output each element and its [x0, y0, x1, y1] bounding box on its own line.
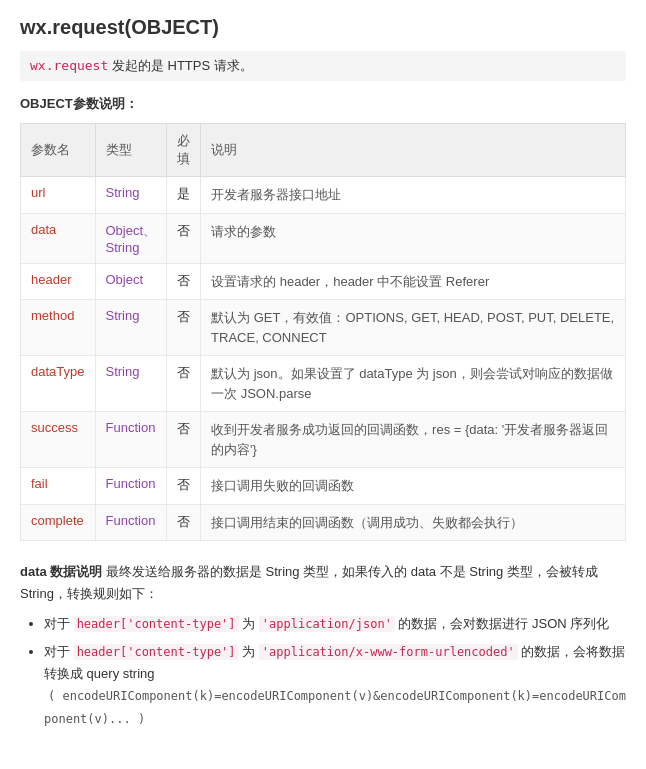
- col-param: 参数名: [21, 124, 96, 177]
- cell-param: complete: [21, 504, 96, 541]
- cell-type: Function: [95, 504, 167, 541]
- cell-desc: 收到开发者服务成功返回的回调函数，res = {data: '开发者服务器返回的…: [201, 412, 626, 468]
- cell-required: 是: [167, 177, 201, 214]
- cell-required: 否: [167, 213, 201, 263]
- data-note-section: data 数据说明 最终发送给服务器的数据是 String 类型，如果传入的 d…: [20, 561, 626, 730]
- cell-param: header: [21, 263, 96, 300]
- cell-desc: 接口调用结束的回调函数（调用成功、失败都会执行）: [201, 504, 626, 541]
- subtitle-code: wx.request: [30, 58, 108, 73]
- col-required: 必填: [167, 124, 201, 177]
- cell-desc: 默认为 json。如果设置了 dataType 为 json，则会尝试对响应的数…: [201, 356, 626, 412]
- col-desc: 说明: [201, 124, 626, 177]
- cell-type: String: [95, 300, 167, 356]
- table-row: dataTypeString否默认为 json。如果设置了 dataType 为…: [21, 356, 626, 412]
- object-header: OBJECT参数说明：: [20, 95, 626, 113]
- cell-desc: 默认为 GET，有效值：OPTIONS, GET, HEAD, POST, PU…: [201, 300, 626, 356]
- cell-desc: 设置请求的 header，header 中不能设置 Referer: [201, 263, 626, 300]
- table-row: urlString是开发者服务器接口地址: [21, 177, 626, 214]
- cell-required: 否: [167, 263, 201, 300]
- subtitle-block: wx.request 发起的是 HTTPS 请求。: [20, 51, 626, 81]
- cell-param: dataType: [21, 356, 96, 412]
- cell-type: Object、 String: [95, 213, 167, 263]
- data-note-intro: data 数据说明 最终发送给服务器的数据是 String 类型，如果传入的 d…: [20, 561, 626, 605]
- list-item: 对于 header['content-type'] 为 'application…: [44, 641, 626, 729]
- cell-desc: 开发者服务器接口地址: [201, 177, 626, 214]
- cell-type: Function: [95, 412, 167, 468]
- cell-type: String: [95, 177, 167, 214]
- col-type: 类型: [95, 124, 167, 177]
- cell-param: data: [21, 213, 96, 263]
- cell-required: 否: [167, 356, 201, 412]
- cell-required: 否: [167, 300, 201, 356]
- cell-param: method: [21, 300, 96, 356]
- cell-type: Object: [95, 263, 167, 300]
- table-row: successFunction否收到开发者服务成功返回的回调函数，res = {…: [21, 412, 626, 468]
- cell-required: 否: [167, 504, 201, 541]
- table-row: failFunction否接口调用失败的回调函数: [21, 468, 626, 505]
- cell-type: Function: [95, 468, 167, 505]
- params-table: 参数名 类型 必填 说明 urlString是开发者服务器接口地址dataObj…: [20, 123, 626, 541]
- table-row: dataObject、 String否请求的参数: [21, 213, 626, 263]
- cell-type: String: [95, 356, 167, 412]
- table-body: urlString是开发者服务器接口地址dataObject、 String否请…: [21, 177, 626, 541]
- cell-desc: 请求的参数: [201, 213, 626, 263]
- table-header: 参数名 类型 必填 说明: [21, 124, 626, 177]
- bullet-list: 对于 header['content-type'] 为 'application…: [20, 613, 626, 729]
- list-item: 对于 header['content-type'] 为 'application…: [44, 613, 626, 635]
- cell-required: 否: [167, 412, 201, 468]
- table-row: headerObject否设置请求的 header，header 中不能设置 R…: [21, 263, 626, 300]
- cell-desc: 接口调用失败的回调函数: [201, 468, 626, 505]
- cell-required: 否: [167, 468, 201, 505]
- cell-param: fail: [21, 468, 96, 505]
- table-row: methodString否默认为 GET，有效值：OPTIONS, GET, H…: [21, 300, 626, 356]
- page-title: wx.request(OBJECT): [20, 16, 626, 39]
- subtitle-text: 发起的是 HTTPS 请求。: [108, 58, 252, 73]
- cell-param: url: [21, 177, 96, 214]
- table-row: completeFunction否接口调用结束的回调函数（调用成功、失败都会执行…: [21, 504, 626, 541]
- cell-param: success: [21, 412, 96, 468]
